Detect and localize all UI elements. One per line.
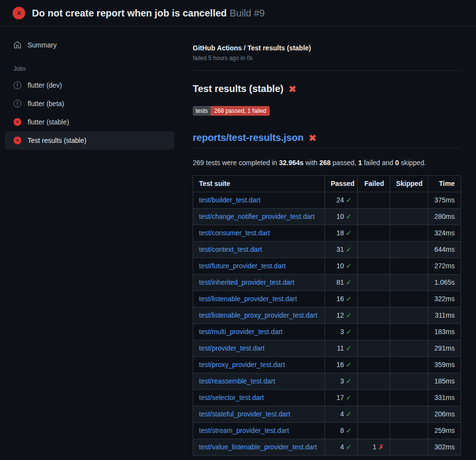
test-suite-link[interactable]: test/value_listenable_provider_test.dart	[199, 443, 317, 451]
suite-cell: test/selector_test.dart	[193, 390, 325, 406]
app-header: ✕ Do not create report when job is cance…	[0, 0, 476, 27]
test-suite-link[interactable]: test/change_notifier_provider_test.dart	[199, 213, 315, 220]
test-suite-link[interactable]: test/reassemble_test.dart	[199, 377, 275, 385]
passed-cell: 11✓	[325, 340, 358, 357]
table-row: test/consumer_test.dart18✓324ms	[193, 225, 461, 242]
jobs-section-label: Jobs	[0, 53, 179, 76]
count: 8	[340, 427, 344, 434]
failed-x-icon: ✖	[308, 133, 317, 143]
table-row: test/context_test.dart31✓644ms	[193, 242, 461, 258]
passed-cell: 10✓	[325, 258, 358, 275]
summary-line: 269 tests were completed in 32.964s with…	[193, 159, 461, 167]
layout: Summary Jobs ! flutter (dev) ! flutter (…	[0, 27, 476, 456]
count: 16	[337, 295, 344, 303]
suite-cell: test/value_listenable_provider_test.dart	[193, 439, 325, 456]
check-icon: ✓	[346, 394, 352, 401]
passed-cell: 4✓	[325, 406, 358, 423]
sidebar-item-flutter-stable[interactable]: ✕ flutter (stable)	[5, 113, 174, 131]
table-row: test/listenable_proxy_provider_test.dart…	[193, 307, 461, 324]
main-content: GitHub Actions / Test results (stable) f…	[179, 27, 476, 456]
time-cell: 206ms	[428, 406, 461, 423]
test-suite-link[interactable]: test/selector_test.dart	[199, 394, 264, 401]
sidebar-item-summary[interactable]: Summary	[0, 37, 179, 53]
time-cell: 311ms	[428, 307, 461, 324]
home-icon	[14, 41, 21, 49]
column-header-skipped: Skipped	[390, 176, 428, 192]
sidebar-item-flutter-dev[interactable]: ! flutter (dev)	[5, 76, 174, 94]
passed-cell: 12✓	[325, 307, 358, 324]
failed-cell	[358, 390, 390, 406]
build-number: Build #9	[230, 8, 264, 18]
sidebar: Summary Jobs ! flutter (dev) ! flutter (…	[0, 27, 179, 150]
check-icon: ✓	[346, 344, 352, 352]
table-row: test/stateful_provider_test.dart4✓206ms	[193, 406, 461, 423]
suite-cell: test/builder_test.dart	[193, 192, 325, 209]
job-label: flutter (stable)	[28, 118, 69, 126]
suite-cell: test/context_test.dart	[193, 242, 325, 258]
check-icon: ✓	[346, 229, 352, 237]
skipped-cell	[390, 275, 428, 291]
count: 17	[337, 394, 344, 401]
test-suite-link[interactable]: test/context_test.dart	[199, 245, 262, 253]
test-suite-link[interactable]: test/future_provider_test.dart	[199, 262, 286, 270]
summary-text-part: 269 tests were completed in	[193, 159, 279, 167]
failed-cell	[358, 291, 390, 307]
check-icon: ✓	[346, 295, 352, 303]
passed-cell: 3✓	[325, 324, 358, 340]
test-suite-link[interactable]: test/listenable_provider_test.dart	[199, 295, 297, 303]
test-suite-link[interactable]: test/proxy_provider_test.dart	[199, 361, 285, 368]
report-file-link[interactable]: reports/test-results.json	[193, 132, 304, 143]
sidebar-item-flutter-beta[interactable]: ! flutter (beta)	[5, 94, 174, 113]
check-icon: ✓	[346, 196, 352, 204]
sidebar-item-test-results-stable[interactable]: ✕ Test results (stable)	[5, 131, 174, 150]
test-suite-link[interactable]: test/stateful_provider_test.dart	[199, 410, 290, 418]
passed-cell: 8✓	[325, 423, 358, 439]
failed-cell	[358, 242, 390, 258]
count: 4	[340, 443, 344, 451]
test-suite-link[interactable]: test/inherited_provider_test.dart	[199, 278, 294, 286]
passed-cell: 16✓	[325, 357, 358, 373]
summary-skipped-count: 0	[395, 159, 399, 167]
failed-cell	[358, 324, 390, 340]
test-suite-link[interactable]: test/consumer_test.dart	[199, 229, 270, 237]
job-label: flutter (beta)	[28, 100, 64, 107]
time-cell: 324ms	[428, 225, 461, 242]
tests-badge-label: tests	[193, 106, 211, 116]
table-row: test/selector_test.dart17✓331ms	[193, 390, 461, 406]
tests-badge-value: 268 passed, 1 failed	[211, 106, 269, 116]
table-row: test/stream_provider_test.dart8✓259ms	[193, 423, 461, 439]
test-suite-link[interactable]: test/multi_provider_test.dart	[199, 328, 283, 336]
column-header-time: Time	[428, 176, 461, 192]
job-status-line: failed 5 hours ago in 0s	[193, 55, 461, 61]
table-row: test/inherited_provider_test.dart81✓1.06…	[193, 275, 461, 291]
cross-icon: ✗	[378, 443, 384, 451]
test-suite-link[interactable]: test/builder_test.dart	[199, 196, 261, 204]
time-cell: 185ms	[428, 373, 461, 390]
test-suite-link[interactable]: test/provider_test.dart	[199, 344, 264, 352]
divider	[193, 70, 461, 71]
count: 10	[337, 262, 344, 270]
failed-cell	[358, 340, 390, 357]
test-suite-link[interactable]: test/listenable_proxy_provider_test.dart	[199, 311, 317, 319]
table-row: test/reassemble_test.dart3✓185ms	[193, 373, 461, 390]
count: 12	[337, 311, 344, 319]
failed-x-icon: ✖	[288, 84, 296, 94]
tests-badge: tests 268 passed, 1 failed	[193, 106, 270, 116]
suite-cell: test/change_notifier_provider_test.dart	[193, 209, 325, 225]
count: 81	[337, 278, 344, 286]
check-icon: ✓	[346, 245, 352, 253]
summary-duration: 32.964s	[279, 159, 304, 167]
summary-text-part: failed and	[362, 159, 396, 167]
skipped-cell	[390, 340, 428, 357]
passed-cell: 17✓	[325, 390, 358, 406]
table-row: test/listenable_provider_test.dart16✓322…	[193, 291, 461, 307]
failed-cell	[358, 373, 390, 390]
sidebar-summary-label: Summary	[28, 41, 57, 49]
table-row: test/provider_test.dart11✓291ms	[193, 340, 461, 357]
skipped-cell	[390, 357, 428, 373]
passed-cell: 3✓	[325, 373, 358, 390]
skipped-cell	[390, 225, 428, 242]
passed-cell: 10✓	[325, 209, 358, 225]
suite-cell: test/listenable_provider_test.dart	[193, 291, 325, 307]
test-suite-link[interactable]: test/stream_provider_test.dart	[199, 427, 289, 434]
